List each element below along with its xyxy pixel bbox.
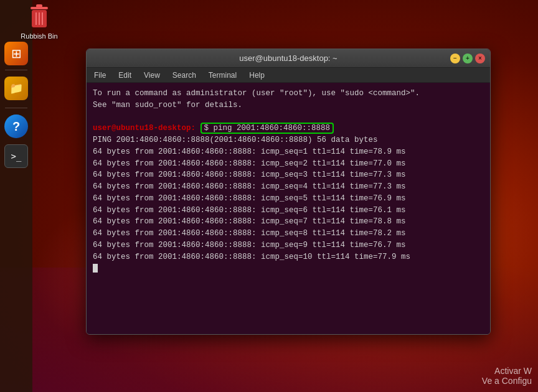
terminal-ping-5: 64 bytes from 2001:4860:4860::8888: icmp… [93,193,484,205]
watermark: Activar W Ve a Configu [482,366,532,386]
bin-svg [28,3,50,29]
ping-command: $ ping 2001:4860:4860::8888 [201,123,334,134]
terminal-titlebar: user@ubuntu18-desktop: ~ − + × [87,49,490,68]
minimize-button[interactable]: − [450,54,460,63]
terminal-line-blank [93,111,484,123]
terminal-title: user@ubuntu18-desktop: ~ [239,54,337,63]
watermark-line1: Activar W [482,366,532,376]
terminal-ping-7: 64 bytes from 2001:4860:4860::8888: icmp… [93,216,484,228]
help-icon: ? [4,114,28,138]
rubbish-bin-label: Rubbish Bin [21,32,57,40]
terminal-window: user@ubuntu18-desktop: ~ − + × File Edit… [86,49,491,335]
menu-help[interactable]: Help [247,70,267,81]
terminal-icon: >_ [4,144,28,168]
terminal-line-2: See "man sudo_root" for details. [93,100,484,111]
menu-edit[interactable]: Edit [116,70,134,81]
taskbar-help-button[interactable]: ? [3,113,29,139]
menu-search[interactable]: Search [170,70,199,81]
prompt-command: $ ping 2001:4860:4860::8888 [196,123,334,134]
taskbar-files-button[interactable]: 📁 [3,75,29,101]
terminal-content[interactable]: To run a command as administrator (user … [87,83,490,334]
svg-rect-1 [36,4,42,7]
terminal-ping-8: 64 bytes from 2001:4860:4860::8888: icmp… [93,228,484,240]
terminal-line-ping-header: PING 2001:4860:4860::8888(2001:4860:4860… [93,134,484,146]
maximize-button[interactable]: + [463,54,473,63]
prompt-username: user@ubuntu18-desktop: [93,124,196,133]
close-button[interactable]: × [475,54,485,63]
menu-file[interactable]: File [92,70,108,81]
terminal-menubar: File Edit View Search Terminal Help [87,68,490,83]
desktop: ⊞ 📁 ? >_ [0,0,538,392]
taskbar: ⊞ 📁 ? >_ [0,0,32,392]
terminal-ping-1: 64 bytes from 2001:4860:4860::8888: icmp… [93,146,484,158]
terminal-ping-10: 64 bytes from 2001:4860:4860::8888: icmp… [93,251,484,263]
taskbar-separator-1 [5,70,27,70]
menu-terminal[interactable]: Terminal [206,70,239,81]
terminal-line-prompt: user@ubuntu18-desktop: $ ping 2001:4860:… [93,123,484,134]
taskbar-separator-2 [5,108,27,108]
watermark-line2: Ve a Configu [482,376,532,386]
taskbar-terminal-button[interactable]: >_ [3,143,29,169]
terminal-line-1: To run a command as administrator (user … [93,88,484,100]
taskbar-home-button[interactable]: ⊞ [3,37,29,63]
menu-view[interactable]: View [141,70,163,81]
files-icon: 📁 [4,77,28,100]
window-controls: − + × [450,54,485,63]
rubbish-bin[interactable]: Rubbish Bin [17,1,61,40]
home-icon: ⊞ [4,42,28,65]
rubbish-bin-icon [24,1,54,31]
terminal-ping-4: 64 bytes from 2001:4860:4860::8888: icmp… [93,181,484,193]
terminal-ping-3: 64 bytes from 2001:4860:4860::8888: icmp… [93,169,484,181]
terminal-ping-2: 64 bytes from 2001:4860:4860::8888: icmp… [93,158,484,170]
terminal-cursor-line [93,263,484,274]
terminal-ping-9: 64 bytes from 2001:4860:4860::8888: icmp… [93,240,484,251]
terminal-ping-6: 64 bytes from 2001:4860:4860::8888: icmp… [93,205,484,217]
cursor [93,264,98,273]
